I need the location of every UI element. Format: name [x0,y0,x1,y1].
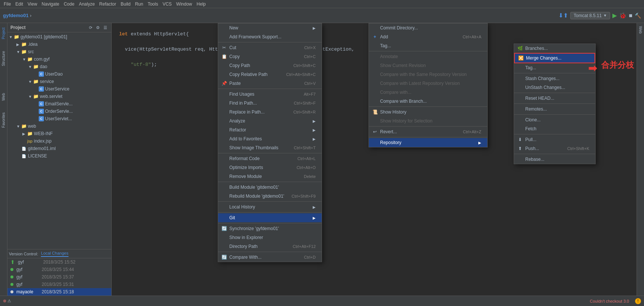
ctx-cut[interactable]: ✂ Cut Ctrl+X [218,43,322,52]
tree-root[interactable]: ▼ 📁 gyfdemo01 [gitdemo01] [7,33,111,41]
git-show-current[interactable]: Show Current Revision [369,61,487,70]
ctx-find-usages[interactable]: Find Usages Alt+F7 [218,90,322,99]
ctx-paste[interactable]: 📌 Paste Ctrl+V [218,79,322,88]
vc-item-2[interactable]: gyf 2018/3/25 15:37 [7,273,111,281]
git-revert[interactable]: ↩ Revert... Ctrl+Alt+Z [369,127,487,136]
tree-idea[interactable]: ▶ 📁 .idea [7,41,111,48]
tree-webservlet[interactable]: ▼ 📁 web.servlet [7,93,111,100]
tree-webinf[interactable]: ▶ 📁 WEB-INF [7,130,111,137]
vc-item-3[interactable]: gyf 2018/3/25 15:31 [7,281,111,288]
ctx-new[interactable]: New ▶ [218,23,322,32]
menu-edit[interactable]: Edit [13,1,25,7]
ctx-add-favorites[interactable]: Add to Favorites ▶ [218,134,322,143]
menu-analyze[interactable]: Analyze [77,1,97,7]
ctx-find-in-path[interactable]: Find in Path... Ctrl+Shift+F [218,99,322,108]
repo-stash[interactable]: Stash Changes... [514,74,595,83]
menu-run[interactable]: Run [133,1,146,7]
ctx-reformat[interactable]: Reformat Code Ctrl+Alt+L [218,154,322,163]
menu-tools[interactable]: Tools [146,1,160,7]
sidebar-right-tab[interactable]: Web [638,25,643,35]
menu-file[interactable]: File [1,1,13,7]
run-button[interactable]: ▶ [612,12,617,19]
ctx-directory-path[interactable]: Directory Path Ctrl+Alt+F12 [218,242,322,251]
vc-item-1[interactable]: gyf 2018/3/25 15:44 [7,266,111,273]
repo-clone[interactable]: Clone... [514,115,595,124]
debug-button[interactable]: 🐞 [619,12,627,19]
tree-src[interactable]: ▼ 📁 src [7,48,111,55]
repo-branches[interactable]: 🌿 Branches... [514,44,595,53]
git-show-history[interactable]: 📜 Show History [369,108,487,117]
run-config[interactable]: Tomcat 8.5.11 ▼ [570,12,610,19]
menu-help[interactable]: Help [194,1,208,7]
tree-service[interactable]: ▼ 📁 service [7,78,111,85]
git-compare-with[interactable]: Compare with... [369,88,487,97]
tree-userdao[interactable]: C UserDao [7,70,111,78]
git-show-history-sel[interactable]: Show History for Selection [369,117,487,125]
ctx-copy-rel-path[interactable]: Copy Relative Path Ctrl+Alt+Shift+C [218,70,322,79]
ctx-compare-with[interactable]: 🔄 Compare With... Ctrl+D [218,253,322,262]
ctx-rebuild-module[interactable]: Rebuild Module 'gitdemo01' Ctrl+Shift+F9 [218,192,322,201]
ctx-git[interactable]: Git ▶ [218,213,322,222]
menu-refactor[interactable]: Refactor [97,1,118,7]
gear-icon[interactable]: ☰ [102,25,108,31]
menu-window[interactable]: Window [174,1,194,7]
sidebar-structure-tab[interactable]: Structure [1,50,6,68]
git-compare-branch[interactable]: Compare with Branch... [369,97,487,106]
ctx-analyze[interactable]: Analyze ▶ [218,117,322,125]
tree-orderservlet[interactable]: C OrderServle... [7,108,111,115]
ctx-synchronize[interactable]: 🔄 Synchronize 'gyfdemo01' [218,224,322,233]
tree-emailservlet[interactable]: C EmailServle... [7,100,111,108]
tree-userservice[interactable]: C UserService [7,85,111,93]
repo-tag[interactable]: Tag... [514,63,595,72]
ctx-local-history[interactable]: Local History ▶ [218,203,322,211]
menu-view[interactable]: View [25,1,39,7]
git-tag[interactable]: Tag... [369,41,487,50]
repo-merge-changes[interactable]: 🔀 Merge Changes... [514,53,595,63]
tree-dao[interactable]: ▼ 📁 dao [7,63,111,70]
git-compare-latest[interactable]: Compare with Latest Repository Version [369,79,487,88]
ctx-copy-path[interactable]: Copy Path Ctrl+Shift+C [218,61,322,70]
git-commit-dir[interactable]: Commit Directory... [369,23,487,32]
tab-local-changes[interactable]: Local Changes [41,251,68,257]
repo-reset-head[interactable]: Reset HEAD... [514,94,595,103]
sync-icon[interactable]: ⟳ [87,25,93,31]
menu-build[interactable]: Build [118,1,133,7]
sidebar-favorites-tab[interactable]: Favorites [1,111,6,129]
tree-license[interactable]: 📄 LICENSE [7,152,111,160]
menu-vcs[interactable]: VCS [160,1,174,7]
ctx-add-framework[interactable]: Add Framework Support... [218,32,322,41]
ctx-optimize-imports[interactable]: Optimize Imports Ctrl+Alt+O [218,163,322,172]
repo-unstash[interactable]: UnStash Changes... [514,83,595,92]
ctx-replace-in-path[interactable]: Replace in Path... Ctrl+Shift+R [218,108,322,117]
git-repository[interactable]: Repository ▶ [369,138,487,147]
vc-item-4[interactable]: mayaole 2018/3/25 15:18 [7,288,111,296]
ctx-build-module[interactable]: Build Module 'gitdemo01' [218,183,322,192]
repo-remotes[interactable]: Remotes... [514,105,595,114]
vcs-icon[interactable]: ⬇⬆ [558,12,568,19]
repo-push[interactable]: ⬆ Push... Ctrl+Shift+K [514,144,595,153]
git-add[interactable]: + Add Ctrl+Alt+A [369,32,487,41]
repo-pull[interactable]: ⬇ Pull... [514,135,595,144]
ctx-remove-module[interactable]: Remove Module Delete [218,172,322,181]
sidebar-project-tab[interactable]: Project [1,26,6,41]
menu-code[interactable]: Code [61,1,77,7]
vc-item-0[interactable]: ⬆ gyf 2018/3/25 15:52 [7,258,111,266]
ctx-show-explorer[interactable]: Show in Explorer [218,233,322,242]
menu-navigate[interactable]: Navigate [39,1,61,7]
tree-indexjsp[interactable]: jsp index.jsp [7,137,111,145]
tab-version-control[interactable]: Version Control: [9,252,38,256]
build-button[interactable]: 🔨 [635,13,641,19]
ctx-show-thumbnails[interactable]: Show Image Thumbnails Ctrl+Shift+T [218,143,322,152]
tree-comgyf[interactable]: ▼ 📁 com.gyf [7,55,111,63]
sidebar-web-tab[interactable]: Web [1,92,6,102]
stop-button[interactable]: ■ [629,12,632,19]
tree-iml[interactable]: 📄 gitdemo01.iml [7,145,111,152]
ctx-copy[interactable]: 📋 Copy Ctrl+C [218,52,322,61]
tree-web[interactable]: ▼ 📁 web [7,122,111,130]
repo-fetch[interactable]: Fetch [514,124,595,133]
git-compare-same[interactable]: Compare with the Same Repository Version [369,70,487,79]
repo-rebase[interactable]: Rebase... [514,155,595,164]
ctx-refactor[interactable]: Refactor ▶ [218,125,322,134]
tree-userservlet[interactable]: C UserServlet... [7,115,111,122]
settings-icon[interactable]: ⚙ [95,25,101,31]
